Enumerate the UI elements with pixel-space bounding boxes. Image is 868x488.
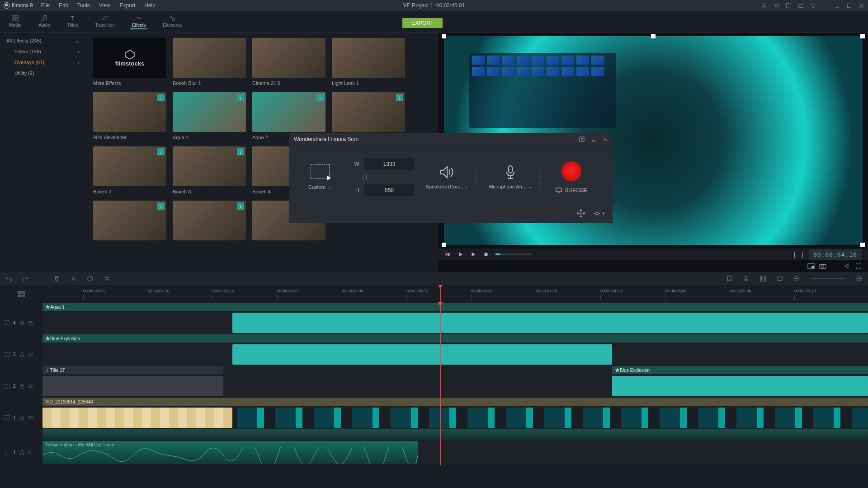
eye-icon[interactable] bbox=[28, 384, 33, 389]
menu-help[interactable]: Help bbox=[144, 2, 156, 9]
undo-icon[interactable] bbox=[5, 275, 12, 282]
bracket-in-icon[interactable]: { bbox=[794, 251, 796, 258]
download-icon[interactable]: ↓ bbox=[396, 94, 403, 101]
play-icon[interactable] bbox=[458, 251, 464, 258]
effect-card[interactable]: ↓Aqua 1 bbox=[173, 92, 246, 140]
menu-export[interactable]: Export bbox=[120, 2, 136, 9]
menu-file[interactable]: File bbox=[41, 2, 50, 9]
tab-effects[interactable]: Effects bbox=[130, 14, 147, 29]
link-dimensions-icon[interactable] bbox=[363, 174, 367, 180]
voiceover-icon[interactable] bbox=[743, 275, 750, 282]
eye-icon[interactable] bbox=[28, 352, 33, 357]
resize-handle-nw-icon[interactable] bbox=[442, 34, 446, 38]
menu-tools[interactable]: Tools bbox=[77, 2, 90, 9]
clip-title17-header[interactable]: T Title 17 bbox=[42, 366, 223, 374]
effect-card[interactable]: Cinema 21:9 bbox=[252, 38, 326, 86]
tab-media[interactable]: Media bbox=[7, 14, 23, 29]
effect-card[interactable]: ↓90's Viewfinder bbox=[93, 92, 166, 140]
clip-video-thumb-a[interactable] bbox=[42, 408, 232, 428]
mute-icon[interactable] bbox=[844, 263, 851, 269]
clip-aqua-header[interactable]: Aqua 1 bbox=[42, 303, 868, 311]
clip-aqua[interactable] bbox=[232, 313, 868, 333]
download-icon[interactable]: ↓ bbox=[237, 94, 244, 101]
dialog-close-icon[interactable] bbox=[603, 136, 608, 142]
mixer-icon[interactable] bbox=[760, 275, 766, 282]
track-manager-icon[interactable] bbox=[18, 291, 25, 297]
download-icon[interactable]: ↓ bbox=[157, 202, 165, 210]
crop-area-icon[interactable] bbox=[311, 164, 330, 179]
notify-icon[interactable] bbox=[810, 3, 816, 9]
resize-handle-se-icon[interactable] bbox=[860, 243, 865, 247]
move-handle-icon[interactable] bbox=[576, 209, 585, 218]
save-icon[interactable] bbox=[786, 3, 792, 9]
export-button[interactable]: EXPORT bbox=[402, 18, 443, 28]
tab-elements[interactable]: Elements bbox=[161, 14, 184, 29]
download-icon[interactable]: ↓ bbox=[157, 148, 165, 155]
effect-card[interactable]: ↓Bokeh 3 bbox=[173, 146, 246, 194]
zoom-out-icon[interactable] bbox=[793, 275, 800, 282]
screenshot-icon[interactable] bbox=[798, 3, 804, 9]
eye-icon[interactable] bbox=[28, 415, 33, 420]
lock-icon[interactable] bbox=[19, 352, 24, 357]
stop-icon[interactable] bbox=[483, 251, 489, 258]
effect-card[interactable]: Light Leak 1 bbox=[332, 38, 405, 86]
speakers-dropdown[interactable]: Speakers (Con... bbox=[426, 184, 463, 189]
split-icon[interactable] bbox=[70, 275, 77, 282]
redo-icon[interactable] bbox=[22, 275, 29, 282]
menu-edit[interactable]: Edit bbox=[59, 2, 68, 9]
playhead[interactable] bbox=[440, 285, 441, 303]
sidebar-item-filters[interactable]: Filters (158)› bbox=[0, 46, 85, 57]
window-close-icon[interactable] bbox=[859, 3, 864, 9]
effect-card[interactable]: filmstocksMore Effects bbox=[93, 38, 166, 86]
effect-card[interactable]: Bokeh Blur 1 bbox=[173, 38, 246, 86]
speaker-icon[interactable] bbox=[28, 450, 33, 455]
lock-icon[interactable] bbox=[19, 450, 24, 455]
tab-transition[interactable]: Transition bbox=[93, 14, 117, 29]
bracket-out-icon[interactable]: } bbox=[801, 251, 803, 258]
eye-icon[interactable] bbox=[28, 320, 33, 325]
render-preview-icon[interactable] bbox=[776, 275, 783, 282]
cart-icon[interactable] bbox=[774, 3, 779, 9]
volume-slider[interactable] bbox=[495, 253, 532, 255]
dialog-minimize-icon[interactable] bbox=[591, 136, 596, 142]
delete-icon[interactable] bbox=[53, 275, 60, 282]
resize-handle-n-icon[interactable] bbox=[651, 34, 656, 38]
tab-titles[interactable]: TTitles bbox=[66, 14, 80, 29]
download-icon[interactable]: ↓ bbox=[237, 202, 244, 210]
zoom-in-icon[interactable] bbox=[856, 275, 863, 282]
effect-card[interactable]: ↓ bbox=[93, 201, 166, 243]
zoom-slider[interactable] bbox=[810, 278, 846, 279]
effect-card[interactable]: ↓Bokeh 2 bbox=[93, 146, 166, 194]
sidebar-item-overlays[interactable]: Overlays (87)› bbox=[0, 57, 85, 68]
snapshot-icon[interactable] bbox=[819, 263, 826, 269]
lock-icon[interactable] bbox=[19, 384, 24, 389]
width-input[interactable] bbox=[364, 158, 414, 170]
download-icon[interactable]: ↓ bbox=[316, 94, 324, 101]
clip-blue-explosion-2[interactable] bbox=[612, 376, 868, 396]
clip-title17[interactable] bbox=[42, 376, 223, 396]
lock-icon[interactable] bbox=[19, 320, 24, 325]
clip-video-thumb-b[interactable] bbox=[232, 408, 868, 428]
sidebar-item-all[interactable]: All Effects (245)⌄ bbox=[0, 35, 85, 46]
effect-card[interactable]: ↓ bbox=[173, 201, 246, 243]
account-icon[interactable] bbox=[761, 3, 767, 9]
download-icon[interactable]: ↓ bbox=[157, 94, 165, 101]
clip-linked-audio[interactable] bbox=[42, 429, 868, 440]
pip-icon[interactable] bbox=[807, 263, 815, 269]
clip-video-header[interactable]: VID_20190614_225640 bbox=[42, 398, 868, 406]
clip-audio[interactable]: Yellow Ribbon - We Will Get There bbox=[42, 441, 418, 464]
dialog-popout-icon[interactable] bbox=[579, 136, 585, 142]
window-maximize-icon[interactable] bbox=[846, 3, 852, 9]
lock-icon[interactable] bbox=[19, 415, 24, 420]
timeline-ruler[interactable]: 00:00:03:0500:00:03:1000:00:03:1500:00:0… bbox=[42, 285, 868, 303]
speed-icon[interactable] bbox=[87, 275, 94, 282]
fullscreen-icon[interactable] bbox=[855, 263, 862, 269]
menu-view[interactable]: View bbox=[99, 2, 111, 9]
area-mode-dropdown[interactable]: Custom bbox=[308, 184, 326, 190]
marker-icon[interactable] bbox=[726, 275, 733, 282]
clip-blue2-header[interactable]: Blue Explosion bbox=[612, 366, 868, 374]
resize-handle-sw-icon[interactable] bbox=[442, 243, 446, 247]
adjust-icon[interactable] bbox=[104, 275, 110, 282]
clip-blue-explosion[interactable] bbox=[232, 344, 612, 365]
step-back-icon[interactable] bbox=[445, 251, 451, 258]
